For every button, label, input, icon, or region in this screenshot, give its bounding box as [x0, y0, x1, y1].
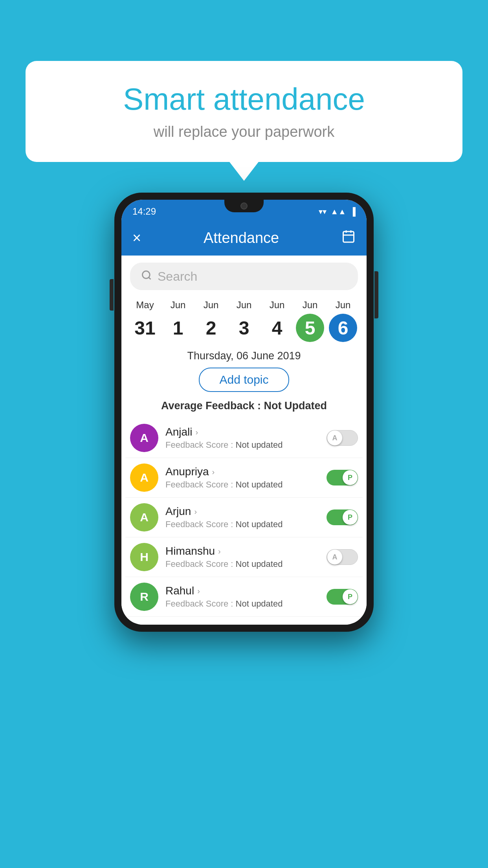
toggle-container-0[interactable]: A: [327, 430, 358, 446]
feedback-value-4: Not updated: [236, 599, 283, 609]
phone-outer: 14:29 ▾▾ ▲▲ ▐ × Attendance: [114, 193, 374, 632]
selected-date-label: Thursday, 06 June 2019: [121, 346, 367, 368]
student-avatar-2: A: [130, 503, 158, 531]
status-time: 14:29: [132, 206, 156, 217]
search-bar[interactable]: Search: [130, 263, 358, 290]
student-feedback-0: Feedback Score : Not updated: [165, 440, 319, 450]
student-row-4[interactable]: RRahul ›Feedback Score : Not updatedP: [125, 577, 363, 617]
date-month-0: May: [136, 300, 154, 311]
toggle-knob-2: P: [343, 510, 358, 525]
avg-feedback-value: Not Updated: [264, 400, 327, 412]
toggle-switch-3[interactable]: A: [327, 549, 358, 565]
chevron-icon: ›: [195, 428, 198, 437]
student-name-1: Anupriya ›: [165, 465, 319, 478]
date-day-2[interactable]: 2: [197, 314, 225, 342]
phone-mockup: 14:29 ▾▾ ▲▲ ▐ × Attendance: [114, 193, 374, 632]
student-name-0: Anjali ›: [165, 426, 319, 438]
chevron-icon: ›: [218, 547, 221, 556]
toggle-container-4[interactable]: P: [327, 589, 358, 605]
toggle-switch-2[interactable]: P: [327, 509, 358, 525]
status-icons: ▾▾ ▲▲ ▐: [319, 207, 356, 216]
date-day-6[interactable]: 6: [329, 314, 357, 342]
close-button[interactable]: ×: [132, 230, 141, 246]
student-avatar-1: A: [130, 463, 158, 492]
bubble-subtitle: will replace your paperwork: [49, 123, 439, 140]
chevron-icon: ›: [194, 507, 197, 516]
app-title: Attendance: [204, 230, 279, 246]
calendar-icon[interactable]: [341, 229, 356, 246]
chevron-icon: ›: [212, 467, 215, 476]
signal-icon: ▲▲: [330, 207, 346, 216]
date-month-6: Jun: [336, 300, 351, 311]
student-info-1: Anupriya ›Feedback Score : Not updated: [165, 465, 319, 490]
date-item-5[interactable]: Jun5: [296, 300, 324, 342]
student-avatar-0: A: [130, 424, 158, 452]
search-icon: [141, 270, 152, 283]
app-body: Search May31Jun1Jun2Jun3Jun4Jun5Jun6 Thu…: [121, 256, 367, 625]
svg-rect-0: [343, 232, 354, 242]
student-avatar-3: H: [130, 543, 158, 571]
toggle-container-1[interactable]: P: [327, 470, 358, 485]
student-info-3: Himanshu ›Feedback Score : Not updated: [165, 545, 319, 569]
svg-line-5: [149, 277, 150, 279]
feedback-value-3: Not updated: [236, 559, 283, 569]
student-feedback-2: Feedback Score : Not updated: [165, 519, 319, 530]
student-info-4: Rahul ›Feedback Score : Not updated: [165, 585, 319, 609]
date-day-0[interactable]: 31: [131, 314, 159, 342]
student-avatar-4: R: [130, 583, 158, 611]
date-item-2[interactable]: Jun2: [197, 300, 225, 342]
svg-point-4: [143, 271, 150, 278]
toggle-knob-3: A: [327, 550, 342, 565]
date-month-2: Jun: [204, 300, 219, 311]
avg-feedback-label: Average Feedback :: [161, 400, 264, 412]
student-feedback-3: Feedback Score : Not updated: [165, 559, 319, 569]
date-item-0[interactable]: May31: [131, 300, 159, 342]
date-month-5: Jun: [303, 300, 318, 311]
student-feedback-4: Feedback Score : Not updated: [165, 599, 319, 609]
add-topic-button[interactable]: Add topic: [199, 368, 289, 392]
student-info-0: Anjali ›Feedback Score : Not updated: [165, 426, 319, 450]
date-month-4: Jun: [270, 300, 285, 311]
student-row-3[interactable]: HHimanshu ›Feedback Score : Not updatedA: [125, 537, 363, 577]
toggle-knob-4: P: [343, 589, 358, 604]
toggle-switch-0[interactable]: A: [327, 430, 358, 446]
date-day-5[interactable]: 5: [296, 314, 324, 342]
student-name-2: Arjun ›: [165, 505, 319, 518]
date-item-4[interactable]: Jun4: [263, 300, 291, 342]
student-name-4: Rahul ›: [165, 585, 319, 597]
app-header: × Attendance: [121, 220, 367, 256]
student-list: AAnjali ›Feedback Score : Not updatedAAA…: [121, 418, 367, 617]
search-container: Search: [121, 256, 367, 296]
feedback-value-1: Not updated: [236, 480, 283, 489]
date-item-1[interactable]: Jun1: [164, 300, 192, 342]
toggle-knob-1: P: [343, 470, 358, 485]
date-item-3[interactable]: Jun3: [230, 300, 258, 342]
avg-feedback: Average Feedback : Not Updated: [121, 398, 367, 418]
student-row-2[interactable]: AArjun ›Feedback Score : Not updatedP: [125, 498, 363, 537]
date-day-3[interactable]: 3: [230, 314, 258, 342]
student-row-0[interactable]: AAnjali ›Feedback Score : Not updatedA: [125, 418, 363, 458]
toggle-container-3[interactable]: A: [327, 549, 358, 565]
phone-inner: 14:29 ▾▾ ▲▲ ▐ × Attendance: [121, 200, 367, 625]
student-name-3: Himanshu ›: [165, 545, 319, 557]
bubble-title: Smart attendance: [49, 83, 439, 116]
chevron-icon: ›: [197, 587, 200, 596]
date-day-4[interactable]: 4: [263, 314, 291, 342]
date-month-1: Jun: [171, 300, 186, 311]
feedback-value-0: Not updated: [236, 440, 283, 450]
student-row-1[interactable]: AAnupriya ›Feedback Score : Not updatedP: [125, 458, 363, 498]
toggle-switch-4[interactable]: P: [327, 589, 358, 605]
date-item-6[interactable]: Jun6: [329, 300, 357, 342]
wifi-icon: ▾▾: [319, 207, 327, 216]
feedback-value-2: Not updated: [236, 519, 283, 529]
date-day-1[interactable]: 1: [164, 314, 192, 342]
date-selector: May31Jun1Jun2Jun3Jun4Jun5Jun6: [121, 296, 367, 346]
date-month-3: Jun: [237, 300, 252, 311]
student-info-2: Arjun ›Feedback Score : Not updated: [165, 505, 319, 530]
toggle-knob-0: A: [327, 430, 342, 445]
battery-icon: ▐: [350, 207, 356, 216]
toggle-switch-1[interactable]: P: [327, 470, 358, 485]
toggle-container-2[interactable]: P: [327, 509, 358, 525]
student-feedback-1: Feedback Score : Not updated: [165, 480, 319, 490]
speech-bubble-container: Smart attendance will replace your paper…: [26, 61, 462, 162]
